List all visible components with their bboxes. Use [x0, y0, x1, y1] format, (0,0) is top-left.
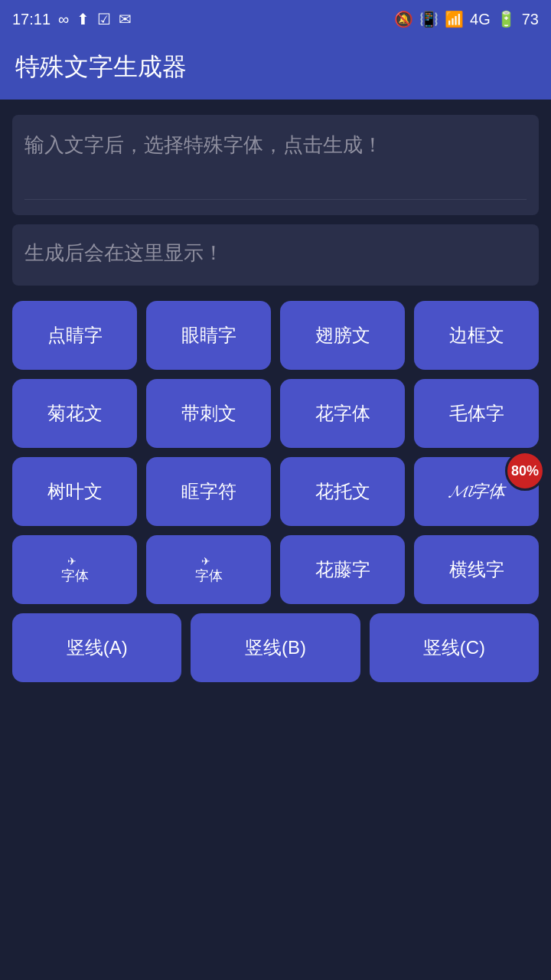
btn-daiciwen[interactable]: 带刺文: [146, 379, 271, 448]
ml-label: 𝓜𝓵字体: [448, 480, 505, 503]
input-placeholder[interactable]: 输入文字后，选择特殊字体，点击生成！: [24, 130, 527, 191]
btn-shuxianB[interactable]: 竖线(B): [191, 613, 360, 682]
upload-icon: ⬆: [77, 10, 90, 28]
btn-mlziti[interactable]: 𝓜𝓵字体 80%: [414, 457, 539, 526]
btn-kuangzifu[interactable]: 眶字符: [146, 457, 271, 526]
buttons-row-3: 树叶文 眶字符 花托文 𝓜𝓵字体 80%: [12, 457, 539, 526]
btn-ziti1[interactable]: ✈‌‌‌‌ ‌ ‌ ‌ 字体: [12, 535, 137, 604]
buttons-row-4: ✈‌‌‌‌ ‌ ‌ ‌ 字体 ✈‌‌‌‌ ‌ ‌ ‌ 字体 花藤字 横线字: [12, 535, 539, 604]
output-placeholder: 生成后会在这里显示！: [24, 240, 527, 266]
btn-yanjingzi[interactable]: 眼睛字: [146, 301, 271, 370]
status-right: 🔕 📳 📶 4G 🔋 73: [394, 10, 539, 28]
btn-shuxianA[interactable]: 竖线(A): [12, 613, 181, 682]
btn-huatengzi[interactable]: 花藤字: [280, 535, 405, 604]
battery-icon: 🔋: [497, 10, 516, 28]
vibrate-icon: 📳: [419, 10, 439, 28]
wifi-icon: 📶: [445, 10, 464, 28]
signal-icon: 4G: [470, 11, 491, 28]
btn-hengxianzi[interactable]: 横线字: [414, 535, 539, 604]
input-divider: [24, 199, 527, 200]
btn-chibangwen[interactable]: 翅膀文: [280, 301, 405, 370]
infinity-icon: ∞: [58, 11, 69, 28]
status-bar: 17:11 ∞ ⬆ ☑ ✉ 🔕 📳 📶 4G 🔋 73: [0, 0, 551, 38]
input-section[interactable]: 输入文字后，选择特殊字体，点击生成！: [12, 115, 539, 215]
badge-80: 80%: [505, 451, 545, 491]
ziti1-content: ✈‌‌‌‌ ‌ ‌ ‌ 字体: [61, 555, 89, 584]
btn-maotizi[interactable]: 毛体字: [414, 379, 539, 448]
time-display: 17:11: [12, 11, 51, 28]
buttons-row-5: 竖线(A) 竖线(B) 竖线(C): [12, 613, 539, 682]
app-title: 特殊文字生成器: [15, 51, 536, 84]
battery-level: 73: [522, 11, 539, 28]
app-header: 特殊文字生成器: [0, 38, 551, 100]
output-section: 生成后会在这里显示！: [12, 224, 539, 286]
status-left: 17:11 ∞ ⬆ ☑ ✉: [12, 10, 132, 28]
mail-icon: ✉: [119, 10, 132, 28]
btn-juhuawen[interactable]: 菊花文: [12, 379, 137, 448]
btn-shuxianC[interactable]: 竖线(C): [370, 613, 539, 682]
btn-ziti2[interactable]: ✈‌‌‌‌ ‌ ‌ ‌ 字体: [146, 535, 271, 604]
btn-dianjingzi[interactable]: 点睛字: [12, 301, 137, 370]
btn-huatuowen[interactable]: 花托文: [280, 457, 405, 526]
ziti2-content: ✈‌‌‌‌ ‌ ‌ ‌ 字体: [195, 555, 223, 584]
btn-huaziti[interactable]: 花字体: [280, 379, 405, 448]
buttons-row-1: 点睛字 眼睛字 翅膀文 边框文: [12, 301, 539, 370]
btn-biankuangwen[interactable]: 边框文: [414, 301, 539, 370]
mute-icon: 🔕: [394, 10, 413, 28]
main-content: 输入文字后，选择特殊字体，点击生成！ 生成后会在这里显示！ 点睛字 眼睛字 翅膀…: [0, 100, 551, 707]
btn-shuyewen[interactable]: 树叶文: [12, 457, 137, 526]
check-icon: ☑: [97, 10, 111, 28]
buttons-row-2: 菊花文 带刺文 花字体 毛体字: [12, 379, 539, 448]
